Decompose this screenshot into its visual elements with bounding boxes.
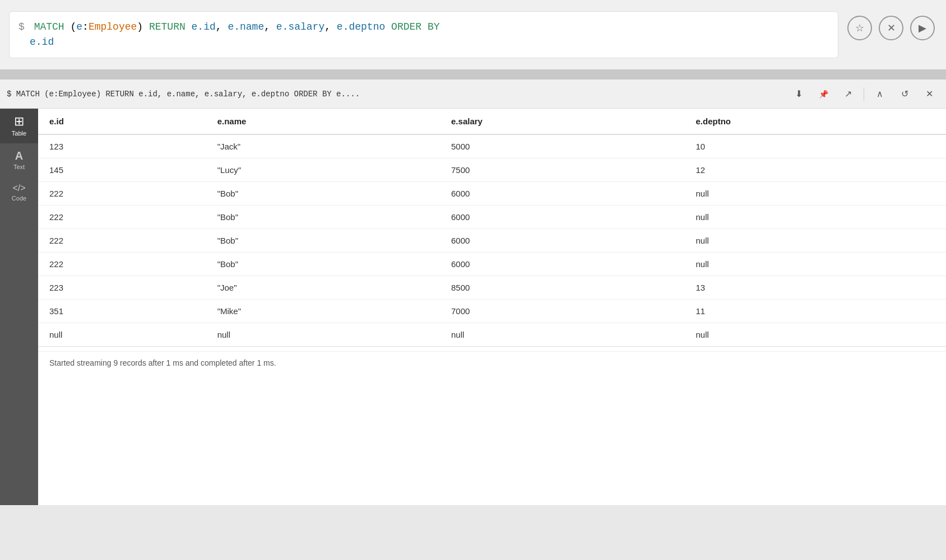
field-e-deptno: e.deptno (337, 21, 385, 32)
table-row: 222"Bob"6000null (38, 206, 946, 229)
cell-name: "Bob" (206, 182, 440, 206)
cell-id: 222 (38, 253, 206, 276)
sidebar-item-code[interactable]: </> Code (0, 177, 38, 208)
field-e-id: e.id (192, 21, 216, 32)
cell-name: null (206, 323, 440, 347)
cell-id: 222 (38, 229, 206, 253)
query-paren-close: ) (137, 21, 143, 32)
col-header-name: e.name (206, 109, 440, 134)
download-button[interactable]: ⬇ (789, 84, 809, 104)
cell-id: 223 (38, 276, 206, 300)
chevron-up-icon: ∧ (877, 88, 883, 99)
cell-name: "Bob" (206, 206, 440, 229)
refresh-icon: ↺ (901, 88, 908, 99)
table-row: 351"Mike"700011 (38, 300, 946, 323)
cell-deptno: 12 (684, 158, 946, 182)
sidebar-label-table: Table (12, 130, 26, 137)
cell-deptno: null (684, 182, 946, 206)
table-header-row: e.id e.name e.salary e.deptno (38, 109, 946, 134)
close-icon: ✕ (887, 22, 896, 34)
run-query-button[interactable]: ▶ (910, 16, 935, 40)
star-button[interactable]: ☆ (847, 16, 872, 40)
cell-salary: 7000 (440, 300, 684, 323)
results-panel: $ MATCH (e:Employee) RETURN e.id, e.name… (0, 80, 946, 505)
table-row: 222"Bob"6000null (38, 229, 946, 253)
close-results-button[interactable]: ✕ (919, 84, 939, 104)
table-row: 222"Bob"6000null (38, 253, 946, 276)
keyword-order: ORDER BY (391, 21, 439, 32)
results-table: e.id e.name e.salary e.deptno 123"Jack"5… (38, 109, 946, 347)
cell-id: 222 (38, 182, 206, 206)
keyword-return: RETURN (149, 21, 186, 32)
expand-button[interactable]: ↗ (838, 84, 858, 104)
table-row: nullnullnullnull (38, 323, 946, 347)
cell-deptno: null (684, 323, 946, 347)
status-bar: Started streaming 9 records after 1 ms a… (38, 351, 946, 374)
cell-name: "Jack" (206, 134, 440, 158)
cell-id: 145 (38, 158, 206, 182)
cell-deptno: 13 (684, 276, 946, 300)
comma3: , (324, 21, 337, 32)
cell-id: null (38, 323, 206, 347)
cell-id: 351 (38, 300, 206, 323)
col-header-id: e.id (38, 109, 206, 134)
table-area: e.id e.name e.salary e.deptno 123"Jack"5… (38, 109, 946, 505)
code-icon: </> (12, 184, 25, 193)
cell-salary: 7500 (440, 158, 684, 182)
sidebar-label-code: Code (12, 195, 26, 202)
sidebar-label-text: Text (13, 164, 25, 170)
refresh-button[interactable]: ↺ (894, 84, 915, 104)
query-label-employee: Employee (89, 21, 137, 32)
cell-salary: 8500 (440, 276, 684, 300)
divider (0, 69, 946, 80)
query-actions: ☆ ✕ ▶ (847, 7, 946, 40)
play-icon: ▶ (919, 22, 926, 34)
dollar-sign: $ (18, 21, 25, 32)
status-text: Started streaming 9 records after 1 ms a… (49, 358, 276, 367)
cell-deptno: null (684, 206, 946, 229)
pin-button[interactable]: 📌 (813, 84, 833, 104)
results-query-preview: $ MATCH (e:Employee) RETURN e.id, e.name… (7, 90, 784, 99)
cell-salary: 6000 (440, 229, 684, 253)
cell-deptno: null (684, 229, 946, 253)
cell-salary: 5000 (440, 134, 684, 158)
query-var-e: e (76, 21, 82, 32)
cell-salary: 6000 (440, 182, 684, 206)
close-query-button[interactable]: ✕ (879, 16, 903, 40)
expand-icon: ↗ (845, 88, 852, 99)
col-header-salary: e.salary (440, 109, 684, 134)
table-row: 223"Joe"850013 (38, 276, 946, 300)
query-editor-box[interactable]: $ MATCH (e:Employee) RETURN e.id, e.name… (9, 11, 838, 58)
field-e-name: e.name (228, 21, 264, 32)
field-order-e-id: e.id (30, 36, 54, 48)
cell-salary: null (440, 323, 684, 347)
close-results-icon: ✕ (926, 88, 933, 99)
toolbar-divider (864, 87, 864, 101)
table-row: 222"Bob"6000null (38, 182, 946, 206)
results-toolbar: $ MATCH (e:Employee) RETURN e.id, e.name… (0, 80, 946, 109)
cell-name: "Mike" (206, 300, 440, 323)
query-paren-open: ( (70, 21, 76, 32)
cell-salary: 6000 (440, 253, 684, 276)
query-editor-area: $ MATCH (e:Employee) RETURN e.id, e.name… (0, 0, 946, 69)
cell-name: "Bob" (206, 229, 440, 253)
star-icon: ☆ (855, 22, 864, 34)
sidebar-item-text[interactable]: A Text (0, 143, 38, 177)
pin-icon: 📌 (819, 90, 828, 99)
query-colon: : (82, 21, 89, 32)
table-icon: ⊞ (14, 115, 24, 128)
table-row: 123"Jack"500010 (38, 134, 946, 158)
content-area: ⊞ Table A Text </> Code e.id e.name e.sa… (0, 109, 946, 505)
cell-name: "Joe" (206, 276, 440, 300)
keyword-match: MATCH (34, 21, 64, 32)
cell-id: 222 (38, 206, 206, 229)
text-icon: A (15, 150, 23, 161)
cell-deptno: 10 (684, 134, 946, 158)
collapse-button[interactable]: ∧ (870, 84, 890, 104)
col-header-deptno: e.deptno (684, 109, 946, 134)
sidebar: ⊞ Table A Text </> Code (0, 109, 38, 505)
sidebar-item-table[interactable]: ⊞ Table (0, 109, 38, 143)
cell-name: "Lucy" (206, 158, 440, 182)
cell-salary: 6000 (440, 206, 684, 229)
cell-name: "Bob" (206, 253, 440, 276)
